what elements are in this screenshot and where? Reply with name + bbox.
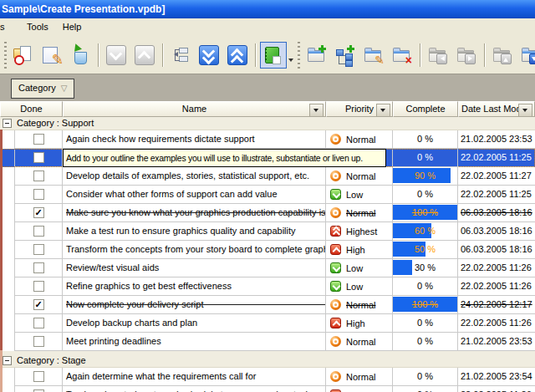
notes-dropdown-arrow[interactable] [288,44,295,66]
toolbar-grip-left[interactable] [4,42,7,69]
double-chevron-up-icon [227,45,247,65]
column-header-date-last-modifi[interactable]: Date Last Modifi [458,101,535,117]
complete-value: 50 % [393,241,457,258]
done-checkbox[interactable] [33,371,44,382]
menu-item-clipped[interactable]: s [0,18,7,36]
collapse-group-button[interactable] [3,356,12,365]
priority-low-icon [330,189,341,200]
column-header-priority[interactable]: Priority [326,101,393,117]
complete-value: 0 % [393,333,457,350]
done-checkbox[interactable] [33,134,44,145]
priority-label: Normal [346,372,375,382]
collapse-group-button[interactable] [3,119,12,128]
folder-edit-icon: ✎ [364,45,384,65]
done-checkbox[interactable] [33,244,44,255]
done-checkbox[interactable] [33,262,44,273]
date-last-modified: 06.03.2005 18:16 [458,204,535,222]
done-checkbox[interactable] [33,171,44,181]
task-row[interactable]: ✓Make sure you know what your graphics p… [0,204,535,222]
menu-bar: s Tools Help [0,18,535,36]
task-row[interactable]: Review/test visual aidsLow30 %22.02.2005… [0,259,535,277]
complete-value: 100 % [393,296,457,313]
notes-button[interactable] [260,42,287,69]
task-row[interactable]: Again check how requirements dictate sup… [0,130,535,149]
done-checkbox[interactable] [33,281,44,292]
left-edge-strip [0,130,3,392]
prev-category-button[interactable] [425,42,451,69]
task-name: Again determine what the requirements ca… [63,368,326,386]
complete-value: 30 % [393,259,457,277]
task-row[interactable]: Transform the concepts from your story b… [0,241,535,259]
task-row[interactable]: Refine graphics to get best effectivenes… [0,277,535,296]
menu-item-help[interactable]: Help [57,18,88,36]
task-row[interactable]: Develop backup charts and planHigh0 %22.… [0,314,535,333]
done-checkbox[interactable] [33,336,44,347]
task-row[interactable]: Make a test run to ensure graphics quali… [0,222,535,241]
task-name: Make a test run to ensure graphics quali… [63,222,326,241]
task-row[interactable]: Track and control costs and schedule to … [0,386,535,392]
column-header-done[interactable]: Done [0,101,63,117]
category-group-row[interactable]: Category : Support [0,117,535,130]
column-header-label: Complete [405,104,445,114]
done-checkbox[interactable] [33,318,44,328]
folder-up-icon [492,45,512,65]
chevron-down-icon [313,109,318,115]
title-bar: Sample\Create Presentation.vpdb] [0,0,535,18]
priority-label: High [346,318,365,328]
next-category-button[interactable] [453,42,480,69]
done-checkbox[interactable] [33,226,44,237]
filter-button[interactable] [518,104,532,117]
priority-label: Normal [346,171,375,181]
task-row[interactable]: Again determine what the requirements ca… [0,368,535,386]
edit-category-button[interactable]: ✎ [360,42,387,69]
chevron-down-icon [380,109,385,115]
task-row[interactable]: 0 %22.02.2005 11:25Add to your outline t… [0,149,535,167]
toolbar-grip-middle[interactable] [298,42,300,69]
window-title: Sample\Create Presentation.vpdb] [2,3,165,15]
task-grid: Category : SupportAgain check how requir… [0,117,535,392]
task-row[interactable]: Consider what other forms of support can… [0,186,535,204]
date-last-modified: 22.02.2005 11:27 [458,167,535,186]
delete-task-button[interactable] [67,42,94,69]
task-row[interactable]: Meet printing deadlinesNormal0 %21.02.20… [0,333,535,351]
folder-plus-icon [307,45,327,65]
move-task-up-button[interactable] [131,42,158,69]
task-name: Develop details of examples, stories, st… [63,167,326,186]
move-category-up-button[interactable] [489,42,516,69]
menu-item-tools[interactable]: Tools [21,18,54,36]
complete-value: 90 % [393,167,457,185]
done-checkbox[interactable] [33,152,44,163]
move-task-down-button[interactable] [103,42,130,69]
task-name: Refine graphics to get best effectivenes… [63,277,326,296]
group-by-chip-category[interactable]: Category▽ [11,79,74,99]
priority-normal-icon [330,299,341,310]
priority-high-icon [330,244,341,255]
edit-task-button[interactable]: ✎ [38,42,65,69]
column-header-name[interactable]: Name [63,101,326,117]
new-task-icon [13,45,33,65]
group-label: Category : Support [17,117,94,130]
category-group-row[interactable]: Category : Stage [0,354,535,368]
task-row[interactable]: Develop details of examples, stories, st… [0,167,535,186]
delete-category-button[interactable]: × [389,42,415,69]
date-last-modified: 22.02.2005 11:25 [458,186,535,204]
filter-button[interactable] [376,104,390,117]
new-subcategory-button[interactable] [332,42,359,69]
task-name: Now complete your delivery script [63,296,326,314]
expand-all-button[interactable] [196,42,222,69]
column-header-complete[interactable]: Complete [393,101,458,117]
outline-icon [171,45,191,65]
done-checkbox[interactable]: ✓ [33,299,44,310]
done-checkbox[interactable]: ✓ [33,207,44,218]
filter-button[interactable] [309,104,324,117]
delete-task-icon [70,45,90,65]
move-category-down-button[interactable] [517,42,535,69]
new-task-button[interactable] [10,42,37,69]
done-checkbox[interactable] [33,189,44,200]
task-row[interactable]: ✓Now complete your delivery scriptNormal… [0,296,535,314]
outline-button[interactable] [167,42,194,69]
date-last-modified: 22.02.2005 11:26 [458,259,535,277]
collapse-all-button[interactable] [224,42,251,69]
date-last-modified: 22.02.2005 11:26 [458,314,535,333]
new-category-button[interactable] [303,42,330,69]
